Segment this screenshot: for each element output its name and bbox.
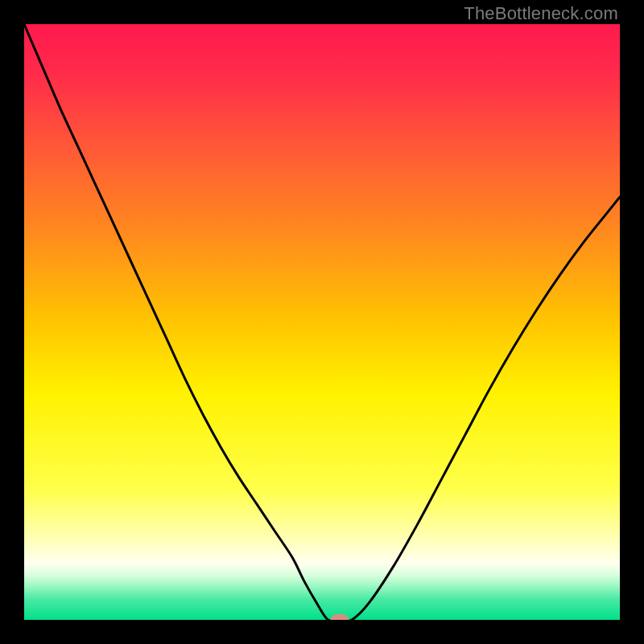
chart-frame: TheBottleneck.com [0, 0, 644, 644]
attribution-text: TheBottleneck.com [464, 3, 618, 24]
plot-area [24, 24, 620, 620]
optimum-marker [331, 614, 349, 620]
bottleneck-curve [24, 24, 620, 620]
